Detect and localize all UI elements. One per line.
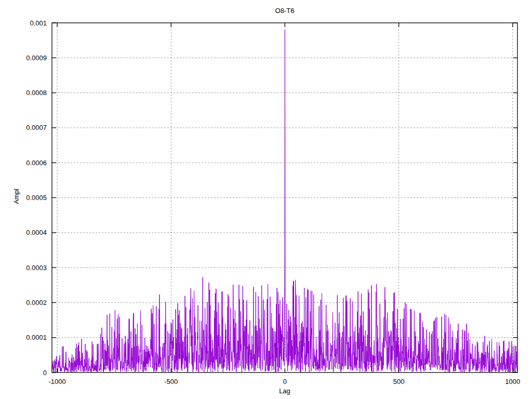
x-tick-label: 500 — [393, 378, 405, 385]
y-tick-label: 0.0006 — [26, 159, 47, 167]
y-tick-label: 0.0009 — [26, 54, 47, 62]
x-tick-label: -500 — [164, 378, 178, 385]
y-tick-label: 0.0003 — [26, 264, 47, 272]
y-tick-label: 0.0002 — [26, 299, 47, 307]
y-tick-label: 0.0004 — [26, 229, 47, 236]
y-tick-label: 0.0001 — [26, 334, 47, 341]
chart: -1000-5000500100000.00010.00020.00030.00… — [0, 0, 532, 399]
data-series-layer — [52, 30, 517, 373]
y-tick-label: 0.0005 — [26, 194, 47, 202]
y-tick-label: 0.0008 — [26, 89, 47, 97]
x-tick-label: 1000 — [505, 378, 520, 385]
x-tick-label: -1000 — [48, 378, 65, 385]
x-axis-label: Lag — [279, 387, 290, 395]
data-series-line — [52, 30, 517, 373]
chart-title: O8-T6 — [275, 7, 295, 15]
y-tick-label: 0 — [43, 369, 47, 377]
y-tick-label: 0.001 — [30, 19, 47, 27]
y-tick-label: 0.0007 — [26, 124, 47, 131]
chart-canvas: -1000-5000500100000.00010.00020.00030.00… — [0, 0, 532, 399]
y-axis-label: Ampl — [12, 189, 20, 204]
x-tick-label: 0 — [283, 378, 287, 385]
